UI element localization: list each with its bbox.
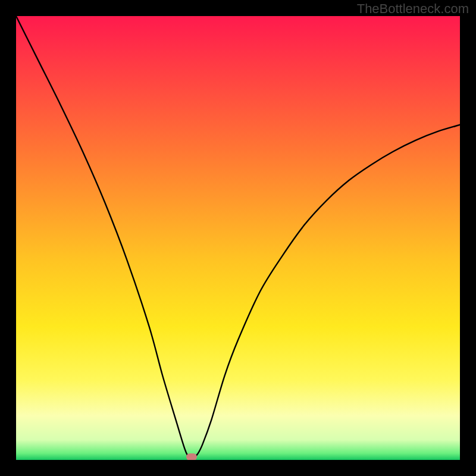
gradient-background xyxy=(16,16,460,460)
plot-area xyxy=(16,16,460,460)
watermark-text: TheBottleneck.com xyxy=(357,1,469,17)
plot-svg xyxy=(16,16,460,460)
optimal-point-marker xyxy=(186,453,197,460)
chart-container: TheBottleneck.com xyxy=(0,0,476,476)
